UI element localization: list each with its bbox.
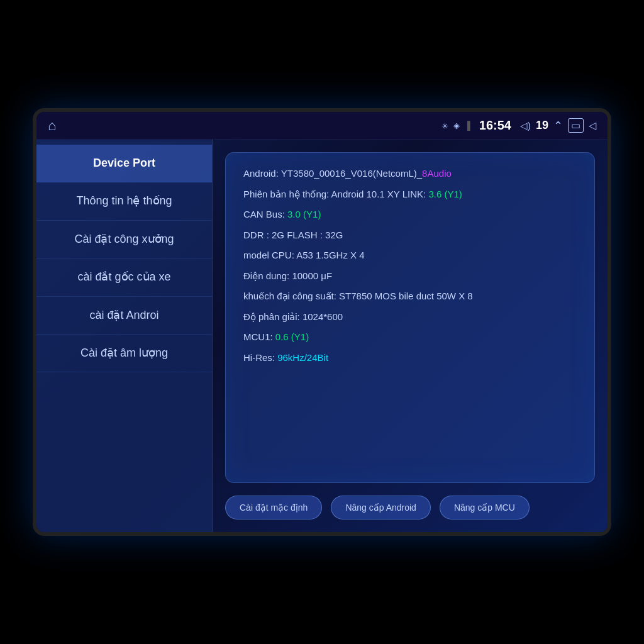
canbus-value: 3.0 (Y1) <box>287 209 321 219</box>
flash-label: FLASH : <box>287 230 325 240</box>
cpu-label: model CPU: <box>243 250 296 260</box>
status-icons: ◈ ▐ 16:54 ◁) 19 ⌃ ▭ ◁ <box>441 118 596 133</box>
system-version-value: Android 10.1 <box>331 189 387 199</box>
resolution-row: Độ phân giải: 1024*600 <box>243 310 577 325</box>
volume-number: 19 <box>536 119 548 132</box>
sidebar: Device Port Thông tin hệ thống Cài đặt c… <box>36 140 213 532</box>
android-value-plain: YT3580_00016_V016(NetcomL)_ <box>281 168 422 179</box>
volume-icon: ◁) <box>520 120 531 131</box>
canbus-row: CAN Bus: 3.0 (Y1) <box>243 208 577 222</box>
recent-apps-icon: ▭ <box>568 118 584 133</box>
bluetooth-icon <box>441 120 448 131</box>
screen: ◈ ▐ 16:54 ◁) 19 ⌃ ▭ ◁ Device Port Thông … <box>33 108 611 536</box>
status-bar: ◈ ▐ 16:54 ◁) 19 ⌃ ▭ ◁ <box>36 112 608 140</box>
system-version-row: Phiên bản hệ thống: Android 10.1 XY LINK… <box>243 187 577 202</box>
buttons-row: Cài đặt mặc định Nâng cấp Android Nâng c… <box>225 493 595 519</box>
capacitance-value: 10000 μF <box>292 270 332 281</box>
mcu-value: 0.6 (Y1) <box>275 331 309 342</box>
home-icon[interactable] <box>48 118 56 134</box>
extra-icon: ◁ <box>589 119 596 131</box>
amplifier-row: khuếch đại công suất: ST7850 MOS bile du… <box>243 289 577 304</box>
sidebar-item-device-port[interactable]: Device Port <box>36 145 212 182</box>
wifi-icon: ◈ <box>453 121 460 130</box>
content-panel: Android: YT3580_00016_V016(NetcomL)_8Aud… <box>213 140 608 532</box>
android-row: Android: YT3580_00016_V016(NetcomL)_8Aud… <box>243 167 577 181</box>
canbus-label: CAN Bus: <box>243 209 287 219</box>
mcu-label: MCU1: <box>243 331 275 342</box>
resolution-label: Độ phân giải: <box>243 311 303 322</box>
amplifier-label: khuếch đại công suất: <box>243 291 339 301</box>
sidebar-item-system-info[interactable]: Thông tin hệ thống <box>36 182 212 220</box>
main-area: Device Port Thông tin hệ thống Cài đặt c… <box>36 140 608 532</box>
hires-row: Hi-Res: 96kHz/24Bit <box>243 351 577 365</box>
cpu-value: A53 1.5GHz X 4 <box>296 250 364 260</box>
sidebar-item-audio-settings[interactable]: Cài đặt âm lượng <box>36 335 212 372</box>
xylink-label: XY LINK: <box>387 189 429 199</box>
system-version-label: Phiên bản hệ thống: <box>243 189 331 199</box>
hires-value: 96kHz/24Bit <box>277 352 328 363</box>
signal-icon: ▐ <box>465 121 470 130</box>
xylink-value: 3.6 (Y1) <box>428 189 462 199</box>
resolution-value: 1024*600 <box>303 311 343 322</box>
mcu-row: MCU1: 0.6 (Y1) <box>243 330 577 345</box>
ddr-label: DDR : <box>243 230 272 240</box>
android-value-colored: 8Audio <box>422 168 452 179</box>
cpu-row: model CPU: A53 1.5GHz X 4 <box>243 248 577 263</box>
status-time: 16:54 <box>479 118 511 133</box>
ddr-value: 2G <box>272 230 287 240</box>
android-label: Android: <box>243 168 279 179</box>
sidebar-item-car-settings[interactable]: cài đắt gốc của xe <box>36 258 212 296</box>
chevron-up-icon: ⌃ <box>553 119 563 133</box>
btn-default[interactable]: Cài đặt mặc định <box>225 496 322 519</box>
capacitance-row: Điện dung: 10000 μF <box>243 269 577 284</box>
sidebar-item-factory-settings[interactable]: Cài đặt công xưởng <box>36 221 212 258</box>
hires-label: Hi-Res: <box>243 352 277 363</box>
ddr-row: DDR : 2G FLASH : 32G <box>243 228 577 243</box>
sidebar-item-android-settings[interactable]: cài đặt Androi <box>36 297 212 335</box>
flash-value: 32G <box>325 230 343 240</box>
capacitance-label: Điện dung: <box>243 270 292 281</box>
btn-mcu-upgrade[interactable]: Nâng cấp MCU <box>440 496 530 519</box>
amplifier-value: ST7850 MOS bile duct 50W X 8 <box>339 291 473 301</box>
info-box: Android: YT3580_00016_V016(NetcomL)_8Aud… <box>225 152 595 483</box>
btn-android-upgrade[interactable]: Nâng cấp Android <box>331 496 431 519</box>
